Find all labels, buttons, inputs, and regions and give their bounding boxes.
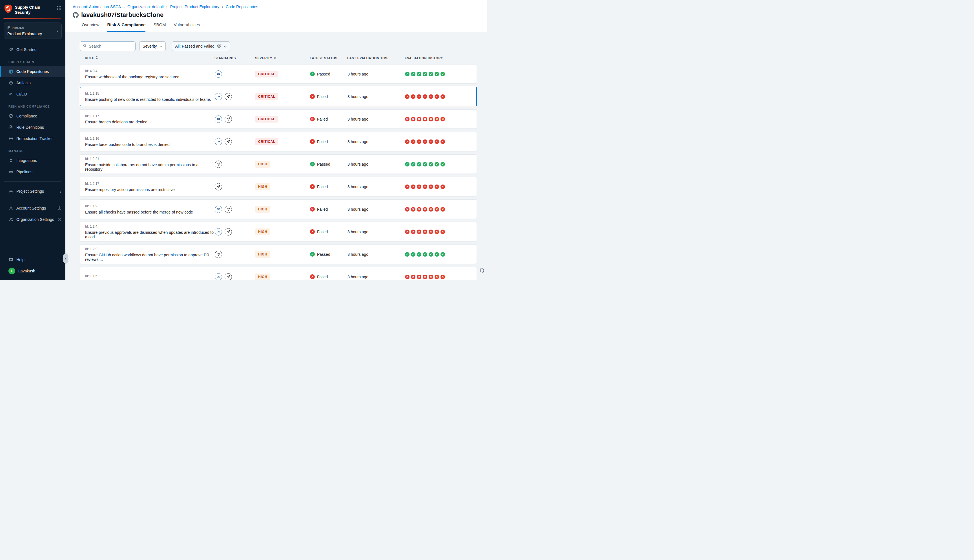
tab-risk-compliance[interactable]: Risk & Compliance bbox=[107, 22, 146, 32]
sidebar-item-label: Code Repositories bbox=[16, 69, 49, 74]
check-circle-icon: ✓ bbox=[435, 72, 439, 76]
column-severity[interactable]: SEVERITY bbox=[255, 56, 310, 60]
severity-badge: HIGH bbox=[255, 183, 270, 190]
openssf-standard-icon bbox=[225, 138, 232, 145]
evaluation-time: 3 hours ago bbox=[347, 252, 405, 257]
status-cell: ✓Passed bbox=[310, 162, 347, 167]
x-circle-icon: ✕ bbox=[440, 140, 445, 144]
sidebar-item-organization-settings[interactable]: Organization Settings bbox=[0, 214, 65, 225]
table-row[interactable]: Id: 4.3.4Ensure webhooks of the package … bbox=[80, 64, 477, 84]
cis-standard-icon: CIS bbox=[215, 93, 222, 100]
project-icon bbox=[7, 25, 10, 30]
rule-name: Ensure force pushes code to branches is … bbox=[85, 142, 215, 147]
check-circle-icon: ✓ bbox=[440, 252, 445, 257]
table-row[interactable]: Id: 1.1.4Ensure previous approvals are d… bbox=[80, 222, 477, 242]
check-circle-icon: ✓ bbox=[429, 162, 433, 167]
help-chat-icon bbox=[8, 257, 13, 262]
user-menu[interactable]: L Lavakush bbox=[0, 265, 65, 277]
plug-icon bbox=[8, 158, 13, 163]
severity-badge: HIGH bbox=[255, 228, 270, 235]
evaluation-history: ✕✕✕✕✕✕✕ bbox=[405, 94, 476, 99]
standards-cell bbox=[215, 183, 255, 190]
severity-badge: CRITICAL bbox=[255, 138, 278, 145]
x-circle-icon: ✕ bbox=[423, 185, 427, 189]
status-icon: ✓ bbox=[310, 252, 315, 257]
status-filter-dropdown[interactable]: All: Passed and Failed bbox=[172, 42, 230, 51]
search-input[interactable] bbox=[89, 44, 132, 48]
x-circle-icon: ✕ bbox=[411, 185, 415, 189]
check-circle-icon: ✓ bbox=[405, 162, 410, 167]
x-circle-icon: ✕ bbox=[417, 94, 421, 99]
table-row[interactable]: Id: 1.1.17Ensure branch deletions are de… bbox=[80, 109, 477, 129]
x-circle-icon: ✕ bbox=[435, 94, 439, 99]
x-circle-icon: ✕ bbox=[405, 185, 410, 189]
sidebar-footer: Help L Lavakush bbox=[0, 246, 65, 280]
sidebar-item-compliance[interactable]: Compliance bbox=[0, 110, 65, 122]
sidebar-item-label: Account Settings bbox=[16, 206, 46, 210]
sidebar-item-remediation-tracker[interactable]: Remediation Tracker bbox=[0, 133, 65, 144]
x-circle-icon: ✕ bbox=[440, 94, 445, 99]
sidebar-item-label: Project Settings bbox=[16, 189, 44, 193]
rule-id: Id: 1.1.9 bbox=[85, 204, 215, 208]
x-circle-icon: ✕ bbox=[435, 230, 439, 234]
sidebar-item-artifacts[interactable]: Artifacts bbox=[0, 77, 65, 88]
table-row[interactable]: Id: 1.1.9Ensure all checks have passed b… bbox=[80, 200, 477, 219]
table-row-selected[interactable]: Id: 1.1.15Ensure pushing of new code is … bbox=[80, 87, 477, 106]
table-row[interactable]: Id: 1.1.5 CIS HIGH ✕Failed 3 hours ago ✕… bbox=[80, 267, 477, 280]
status-icon: ✕ bbox=[310, 94, 315, 99]
x-circle-icon: ✕ bbox=[411, 230, 415, 234]
sidebar-item-integrations[interactable]: Integrations bbox=[0, 155, 65, 166]
table-row[interactable]: Id: 1.2.17Ensure repository action permi… bbox=[80, 177, 477, 196]
breadcrumb-account[interactable]: Account: Automation-SSCA bbox=[73, 5, 121, 9]
sidebar-item-project-settings[interactable]: Project Settings › bbox=[0, 186, 65, 197]
breadcrumb: Account: Automation-SSCA › Organization:… bbox=[73, 5, 487, 9]
apps-grid-icon[interactable] bbox=[57, 4, 62, 12]
shield-check-icon bbox=[8, 114, 13, 118]
sidebar-item-help[interactable]: Help bbox=[0, 254, 65, 265]
breadcrumb-code-repositories[interactable]: Code Repositories bbox=[226, 5, 258, 9]
app-title: Supply Chain Security bbox=[15, 4, 40, 15]
tab-overview[interactable]: Overview bbox=[82, 22, 100, 32]
standards-cell bbox=[215, 160, 255, 168]
tab-sbom[interactable]: SBOM bbox=[153, 22, 166, 32]
sidebar-item-rule-definitions[interactable]: Rule Definitions bbox=[0, 122, 65, 133]
main-area: Account: Automation-SSCA › Organization:… bbox=[65, 0, 487, 280]
rule-name: Ensure webhooks of the package registry … bbox=[85, 75, 215, 79]
standards-cell: CIS bbox=[215, 93, 255, 100]
column-rule[interactable]: RULE bbox=[85, 56, 215, 60]
sidebar-collapse-handle[interactable]: ‹ bbox=[63, 253, 68, 263]
status-cell: ✕Failed bbox=[310, 117, 347, 122]
status-cell: ✕Failed bbox=[310, 207, 347, 212]
rule-id: Id: 1.1.17 bbox=[85, 114, 215, 118]
shield-logo-icon bbox=[4, 4, 12, 14]
breadcrumb-organization[interactable]: Organization: default bbox=[127, 5, 164, 9]
severity-filter-dropdown[interactable]: Severity bbox=[139, 42, 166, 51]
rule-name: Ensure previous approvals are dismissed … bbox=[85, 230, 215, 239]
table-row[interactable]: Id: 1.2.21Ensure outside collaborators d… bbox=[80, 154, 477, 174]
clear-filter-icon[interactable] bbox=[217, 44, 221, 49]
x-circle-icon: ✕ bbox=[429, 94, 433, 99]
cis-standard-icon: CIS bbox=[215, 206, 222, 213]
cis-standard-icon: CIS bbox=[215, 115, 222, 123]
table-row[interactable]: Id: 1.2.9Ensure GitHub action workflows … bbox=[80, 245, 477, 264]
sidebar-item-code-repositories[interactable]: Code Repositories bbox=[0, 66, 65, 77]
sidebar-item-cicd[interactable]: ∞ CI/CD bbox=[0, 88, 65, 100]
x-circle-icon: ✕ bbox=[423, 207, 427, 212]
project-selector[interactable]: PROJECT Product Exploratory › bbox=[4, 23, 62, 39]
sidebar-item-account-settings[interactable]: Account Settings bbox=[0, 203, 65, 214]
severity-badge: HIGH bbox=[255, 206, 270, 213]
sort-icon[interactable] bbox=[95, 56, 98, 60]
breadcrumb-project[interactable]: Project: Product Exploratory bbox=[170, 5, 219, 9]
severity-filter-label: Severity bbox=[143, 44, 157, 48]
sidebar-item-get-started[interactable]: Get Started bbox=[0, 44, 65, 55]
status-icon: ✕ bbox=[310, 117, 315, 122]
x-circle-icon: ✕ bbox=[411, 94, 415, 99]
infinity-icon: ∞ bbox=[8, 92, 13, 96]
table-row[interactable]: Id: 1.1.16Ensure force pushes code to br… bbox=[80, 132, 477, 151]
sidebar-item-pipelines[interactable]: Pipelines bbox=[0, 166, 65, 177]
x-circle-icon: ✕ bbox=[411, 140, 415, 144]
evaluation-history: ✓✓✓✓✓✓✓ bbox=[405, 162, 477, 167]
support-chat-icon[interactable] bbox=[479, 267, 485, 274]
tab-vulnerabilities[interactable]: Vulnerabilities bbox=[174, 22, 200, 32]
section-label-manage: MANAGE bbox=[0, 144, 65, 155]
